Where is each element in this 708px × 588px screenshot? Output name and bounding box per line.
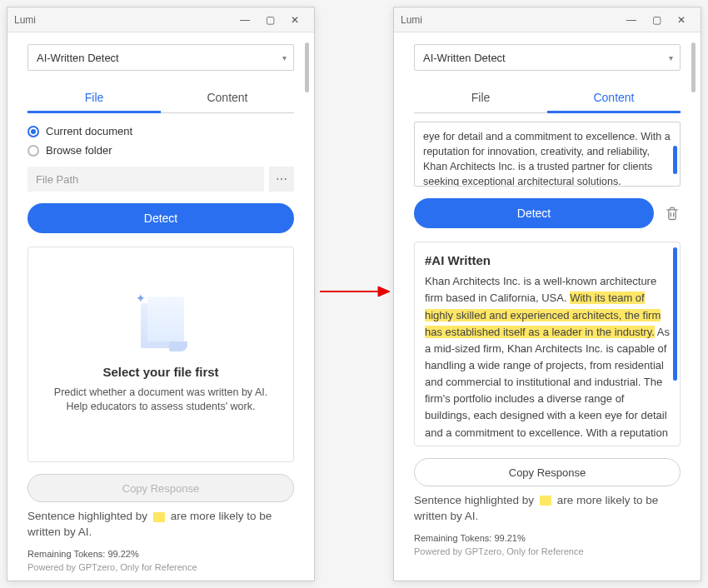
app-title: Lumi [401,14,619,26]
copy-response-button: Copy Response [27,474,294,502]
maximize-button[interactable]: ▢ [257,11,282,29]
powered-by: Powered by GPTzero, Only for Reference [27,562,294,572]
tab-content[interactable]: Content [547,84,681,113]
scrollbar[interactable] [305,42,309,92]
scrollbar[interactable] [673,146,677,174]
tab-file[interactable]: File [27,84,161,113]
mode-dropdown-value: AI-Written Detect [37,52,119,64]
content-area: AI-Written Detect ▾ File Content eye for… [394,32,701,581]
minimize-button[interactable]: — [232,11,257,29]
placeholder-title: Select your file first [102,365,218,379]
document-icon: ✦ [137,295,184,351]
highlight-swatch-icon [540,496,551,506]
result-placeholder: ✦ Select your file first Predict whether… [27,247,294,462]
tab-content[interactable]: Content [161,84,294,112]
close-button[interactable]: ✕ [282,11,307,29]
detect-button[interactable]: Detect [414,198,654,228]
mode-dropdown-value: AI-Written Detect [423,52,506,64]
highlight-swatch-icon [153,512,165,522]
detect-button[interactable]: Detect [27,203,294,233]
scrollbar[interactable] [673,247,677,381]
radio-browse-folder[interactable]: Browse folder [27,144,294,157]
titlebar: Lumi — ▢ ✕ [7,7,314,32]
result-panel: #AI Written Khan Architects Inc. is a we… [414,242,681,446]
remaining-tokens: Remaining Tokens: 99.22% [27,549,294,559]
titlebar: Lumi — ▢ ✕ [394,7,701,32]
content-textarea[interactable]: eye for detail and a commitment to excel… [414,122,681,187]
svg-marker-1 [378,287,390,296]
browse-button[interactable]: ⋯ [269,167,294,192]
tab-file[interactable]: File [414,84,547,112]
mode-dropdown[interactable]: AI-Written Detect ▾ [27,44,294,71]
scrollbar[interactable] [691,42,696,92]
trash-icon[interactable] [664,204,681,222]
radio-label: Current document [46,125,132,137]
content-area: AI-Written Detect ▾ File Content Current… [7,32,314,581]
copy-response-button[interactable]: Copy Response [414,458,681,486]
window-after: Lumi — ▢ ✕ AI-Written Detect ▾ File Cont… [393,7,701,581]
radio-label: Browse folder [46,144,112,157]
tabs: File Content [414,84,681,113]
radio-current-document[interactable]: Current document [27,125,294,137]
app-title: Lumi [14,14,232,26]
content-text: eye for detail and a commitment to excel… [423,131,671,187]
powered-by: Powered by GPTzero, Only for Reference [414,546,681,556]
chevron-down-icon: ▾ [282,53,287,62]
arrow-icon [318,283,390,300]
window-before: Lumi — ▢ ✕ AI-Written Detect ▾ File Cont… [7,7,315,581]
close-button[interactable]: ✕ [669,11,694,29]
radio-icon [27,126,39,137]
radio-icon [27,145,39,157]
tabs: File Content [27,84,294,113]
mode-dropdown[interactable]: AI-Written Detect ▾ [414,44,681,71]
minimize-button[interactable]: — [619,11,644,29]
highlight-legend: Sentence highlighted by are more likely … [414,493,681,525]
result-title: #AI Written [425,251,670,270]
file-path-input[interactable]: File Path [27,167,264,192]
highlight-legend: Sentence highlighted by are more likely … [27,509,294,541]
maximize-button[interactable]: ▢ [644,11,669,29]
placeholder-subtitle: Predict whether a document was written b… [45,386,277,415]
result-body: Khan Architects Inc. is a well-known arc… [425,275,670,446]
file-path-placeholder: File Path [36,173,78,186]
remaining-tokens: Remaining Tokens: 99.21% [414,533,681,543]
chevron-down-icon: ▾ [669,53,673,62]
